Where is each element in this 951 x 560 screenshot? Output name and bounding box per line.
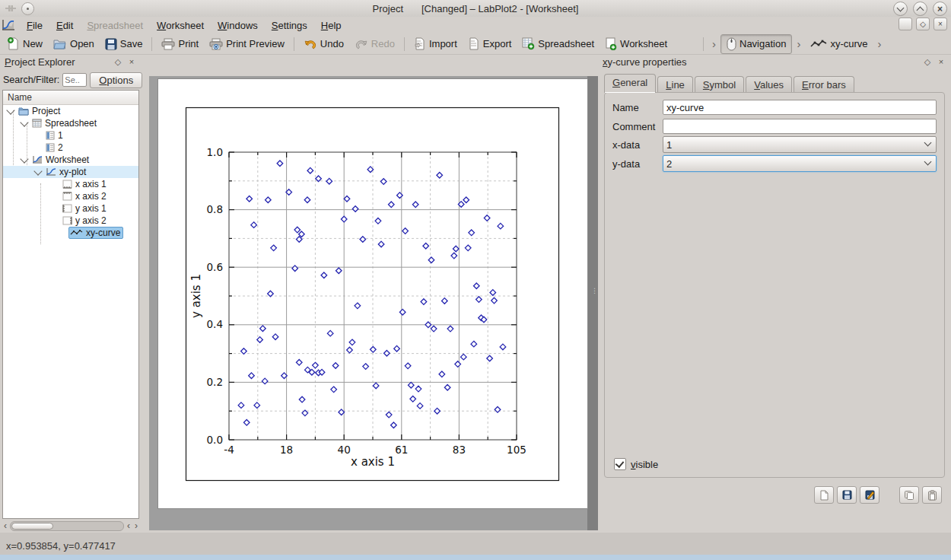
new-spreadsheet-button[interactable]: Spreadsheet: [517, 35, 600, 52]
save-template-button[interactable]: [837, 486, 857, 504]
svg-text:x axis 1: x axis 1: [351, 455, 395, 469]
paste-button[interactable]: [922, 486, 942, 504]
vertical-scrollbar[interactable]: ⋮: [587, 76, 598, 530]
comment-field[interactable]: [663, 119, 937, 134]
menu-settings[interactable]: Settings: [265, 18, 314, 33]
svg-text:0.0: 0.0: [207, 434, 223, 446]
y-data-label: y-data: [612, 158, 663, 170]
tree-item-column-2[interactable]: 2: [3, 142, 138, 154]
navigation-toggle-button[interactable]: Navigation: [720, 34, 792, 54]
open-button[interactable]: Open: [48, 36, 100, 52]
copy-button[interactable]: [899, 486, 919, 504]
tree-item-x-axis-2[interactable]: x axis 2: [3, 190, 138, 202]
close-icon: ×: [939, 57, 943, 66]
toolbar-extension-chevron[interactable]: ›: [792, 37, 805, 50]
new-worksheet-button[interactable]: Worksheet: [600, 35, 673, 52]
visible-checkbox[interactable]: [614, 458, 626, 470]
tab-general[interactable]: General: [604, 74, 656, 93]
axis-icon: [62, 216, 72, 225]
mdi-close-button[interactable]: ×: [934, 18, 947, 30]
expander-icon[interactable]: [33, 167, 42, 175]
worksheet-add-icon: [605, 37, 617, 50]
import-button[interactable]: Import: [409, 35, 463, 52]
close-button[interactable]: ×: [933, 2, 947, 16]
tab-error-bars[interactable]: Error bars: [794, 76, 854, 93]
close-panel-button[interactable]: ×: [936, 56, 946, 67]
project-explorer-panel: Project Explorer ◇ × Search/Filter: Opti…: [0, 53, 142, 533]
menu-file[interactable]: File: [20, 18, 49, 33]
axis-icon: [62, 204, 72, 213]
float-panel-button[interactable]: ◇: [113, 56, 123, 67]
mdi-restore-button[interactable]: [899, 18, 912, 30]
menu-windows[interactable]: Windows: [211, 18, 265, 33]
menu-worksheet[interactable]: Worksheet: [150, 18, 211, 33]
scroll-left-icon[interactable]: ‹: [126, 521, 132, 530]
properties-title: xy-curve properties: [603, 56, 919, 68]
mdi-float-button[interactable]: ◇: [916, 18, 930, 30]
tree-item-x-axis-1[interactable]: x axis 1: [3, 178, 138, 190]
close-panel-button[interactable]: ×: [126, 56, 137, 67]
minimize-button[interactable]: [893, 2, 908, 16]
save-edit-button[interactable]: [860, 486, 879, 504]
worksheet-page[interactable]: -4184061831050.00.20.40.60.81.0x axis 1y…: [157, 78, 588, 509]
tree-column-header[interactable]: Name: [3, 91, 138, 105]
toolbar-extension-chevron[interactable]: ›: [708, 37, 720, 50]
toolbar-separator: [151, 37, 152, 51]
load-template-button[interactable]: [814, 486, 834, 504]
tab-symbol[interactable]: Symbol: [695, 76, 744, 93]
y-data-select[interactable]: 2: [663, 155, 937, 172]
scrollbar-handle[interactable]: [11, 523, 53, 530]
options-button[interactable]: Options: [90, 72, 142, 88]
horizontal-scrollbar[interactable]: ‹ ‹ ›: [2, 520, 139, 531]
expander-icon[interactable]: [6, 106, 14, 114]
tree-item-worksheet[interactable]: Worksheet: [3, 154, 138, 166]
svg-text:0.2: 0.2: [207, 376, 223, 388]
expander-icon[interactable]: [20, 118, 28, 126]
tree-item-xy-plot[interactable]: xy-plot: [3, 166, 138, 178]
close-icon: ×: [938, 20, 943, 28]
selected-item-highlight: xy-curve: [68, 227, 123, 239]
tree-item-column-1[interactable]: 1: [3, 129, 138, 142]
project-explorer-title: Project Explorer: [5, 56, 110, 68]
splitter-handle[interactable]: ⋮: [591, 289, 598, 292]
save-button[interactable]: Save: [100, 36, 148, 52]
tree-item-project[interactable]: Project: [3, 105, 138, 117]
toolbar-extension-chevron[interactable]: ›: [873, 37, 886, 50]
titlebar[interactable]: Project[Changed] – LabPlot2 - [Worksheet…: [0, 0, 951, 17]
svg-text:61: 61: [395, 444, 408, 456]
scrollbar-track[interactable]: [10, 521, 124, 531]
print-preview-button[interactable]: Print Preview: [204, 36, 290, 52]
new-button[interactable]: New: [2, 35, 48, 52]
float-panel-button[interactable]: ◇: [922, 56, 933, 67]
tree-item-y-axis-1[interactable]: y axis 1: [3, 202, 138, 215]
tree-item-xy-curve[interactable]: xy-curve: [3, 227, 138, 239]
scroll-right-icon[interactable]: ›: [133, 521, 139, 530]
svg-text:y axis 1: y axis 1: [189, 274, 203, 318]
tab-values[interactable]: Values: [746, 76, 792, 93]
tree-item-y-axis-2[interactable]: y axis 2: [3, 215, 138, 227]
xy-curve-toolbar-button[interactable]: xy-curve: [805, 36, 873, 52]
column-icon: [46, 143, 55, 152]
worksheet-plot[interactable]: -4184061831050.00.20.40.60.81.0x axis 1y…: [158, 79, 587, 508]
menu-edit[interactable]: Edit: [49, 18, 80, 33]
properties-panel: xy-curve properties ◇ × General Line Sym…: [598, 53, 951, 533]
name-field[interactable]: [663, 100, 937, 115]
print-button[interactable]: Print: [156, 36, 204, 52]
tree-item-spreadsheet[interactable]: Spreadsheet: [3, 117, 138, 129]
svg-text:0.4: 0.4: [207, 318, 223, 330]
search-input[interactable]: [62, 73, 87, 87]
maximize-button[interactable]: [913, 2, 927, 16]
tab-line[interactable]: Line: [657, 76, 693, 93]
export-icon: [468, 37, 480, 50]
x-data-label: x-data: [612, 139, 663, 151]
window-title: Project[Changed] – LabPlot2 - [Worksheet…: [0, 3, 951, 14]
export-button[interactable]: Export: [463, 35, 517, 52]
spreadsheet-add-icon: [522, 37, 535, 50]
scroll-left-icon[interactable]: ‹: [2, 521, 8, 530]
visible-label: visible: [631, 459, 658, 470]
undo-button[interactable]: Undo: [298, 36, 349, 52]
x-data-select[interactable]: 1: [663, 136, 937, 153]
menu-help[interactable]: Help: [314, 18, 348, 33]
printer-icon: [161, 38, 175, 50]
expander-icon[interactable]: [20, 154, 28, 163]
